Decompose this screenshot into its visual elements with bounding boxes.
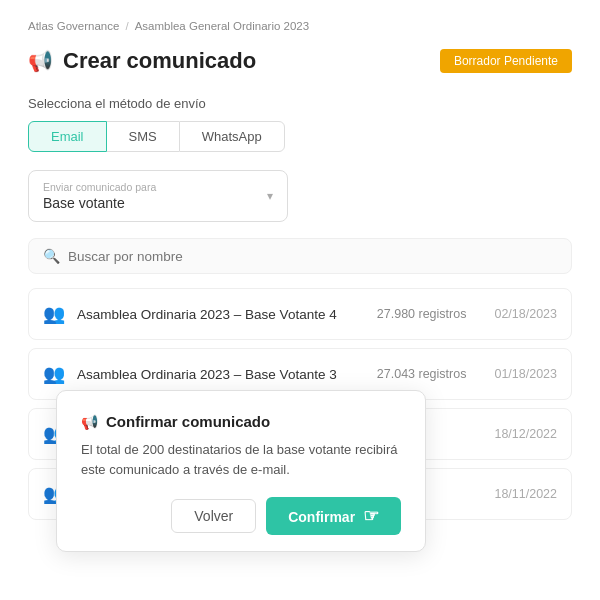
dropdown-label: Enviar comunicado para bbox=[43, 181, 273, 193]
list-item[interactable]: 👥 Asamblea Ordinaria 2023 – Base Votante… bbox=[28, 288, 572, 340]
page-container: Atlas Governance / Asamblea General Ordi… bbox=[0, 0, 600, 600]
item-date: 02/18/2023 bbox=[494, 307, 557, 321]
item-count: 27.980 registros bbox=[377, 307, 467, 321]
megaphone-icon: 📢 bbox=[28, 49, 53, 73]
chevron-down-icon: ▾ bbox=[267, 189, 273, 203]
item-name: Asamblea Ordinaria 2023 – Base Votante 4 bbox=[77, 307, 365, 322]
modal-body: El total de 200 destinatarios de la base… bbox=[81, 440, 401, 479]
recipient-dropdown[interactable]: Enviar comunicado para Base votante ▾ bbox=[28, 170, 288, 222]
breadcrumb-root: Atlas Governance bbox=[28, 20, 119, 32]
item-date: 18/12/2022 bbox=[494, 427, 557, 441]
modal-title: Confirmar comunicado bbox=[106, 413, 270, 430]
cancel-button[interactable]: Volver bbox=[171, 499, 256, 533]
search-icon: 🔍 bbox=[43, 248, 60, 264]
page-header: 📢 Crear comunicado Borrador Pendiente bbox=[28, 48, 572, 74]
item-date: 01/18/2023 bbox=[494, 367, 557, 381]
breadcrumb-separator: / bbox=[125, 20, 128, 32]
modal-megaphone-icon: 📢 bbox=[81, 414, 98, 430]
modal-title-row: 📢 Confirmar comunicado bbox=[81, 413, 401, 430]
status-badge: Borrador Pendiente bbox=[440, 49, 572, 73]
title-row: 📢 Crear comunicado bbox=[28, 48, 256, 74]
page-title: Crear comunicado bbox=[63, 48, 256, 74]
item-name: Asamblea Ordinaria 2023 – Base Votante 3 bbox=[77, 367, 365, 382]
dropdown-value: Base votante bbox=[43, 195, 273, 211]
modal-actions: Volver Confirmar ☞ bbox=[81, 497, 401, 535]
method-label: Selecciona el método de envío bbox=[28, 96, 572, 111]
confirm-button[interactable]: Confirmar ☞ bbox=[266, 497, 401, 535]
tab-whatsapp[interactable]: WhatsApp bbox=[179, 121, 285, 152]
item-count: 27.043 registros bbox=[377, 367, 467, 381]
search-input[interactable] bbox=[68, 249, 557, 264]
method-tabs: Email SMS WhatsApp bbox=[28, 121, 572, 152]
search-container: 🔍 bbox=[28, 238, 572, 274]
tab-email[interactable]: Email bbox=[28, 121, 107, 152]
tab-sms[interactable]: SMS bbox=[107, 121, 179, 152]
item-date: 18/11/2022 bbox=[494, 487, 557, 501]
group-icon: 👥 bbox=[43, 363, 65, 385]
breadcrumb-current: Asamblea General Ordinario 2023 bbox=[135, 20, 310, 32]
group-icon: 👥 bbox=[43, 303, 65, 325]
cursor-icon: ☞ bbox=[363, 505, 379, 527]
confirm-modal: 📢 Confirmar comunicado El total de 200 d… bbox=[56, 390, 426, 552]
breadcrumb: Atlas Governance / Asamblea General Ordi… bbox=[28, 20, 572, 32]
